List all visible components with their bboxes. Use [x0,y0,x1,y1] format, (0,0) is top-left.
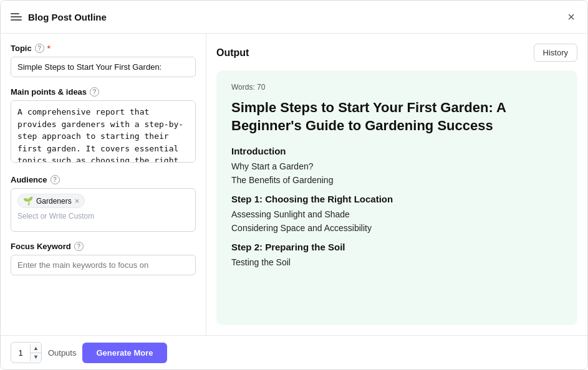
main-points-label: Main points & ideas ? [11,87,196,97]
tag-icon: 🌱 [23,196,33,206]
output-header: Output History [216,44,577,62]
outputs-stepper[interactable]: ▲ ▼ [11,342,42,363]
tag-label: Gardeners [36,197,72,206]
word-count: Words: 70 [231,83,562,92]
topic-input[interactable] [11,57,196,77]
generate-button[interactable]: Generate More [82,343,166,363]
page-title: Blog Post Outline [28,12,107,22]
right-panel: Output History Words: 70 Simple Steps to… [206,34,587,335]
output-main-heading: Simple Steps to Start Your First Garden:… [231,99,562,135]
audience-help-icon[interactable]: ? [51,175,60,184]
focus-keyword-field-group: Focus Keyword ? [11,242,196,275]
titlebar: Blog Post Outline × [1,1,587,34]
output-item: Why Start a Garden? [231,161,562,171]
output-section-heading: Step 1: Choosing the Right Location [231,194,562,204]
main-points-field-group: Main points & ideas ? [11,87,196,165]
focus-keyword-label-text: Focus Keyword [11,242,71,251]
menu-icon[interactable] [11,13,22,21]
output-section-heading: Step 2: Preparing the Soil [231,242,562,252]
tag-remove-button[interactable]: × [75,197,80,205]
audience-placeholder: Select or Write Custom [17,212,189,221]
main-content: Topic ? * Main points & ideas ? Audience… [1,34,587,335]
output-item: The Benefits of Gardening [231,175,562,185]
main-points-textarea[interactable] [11,100,196,163]
topic-label-text: Topic [11,44,32,53]
output-section-heading: Introduction [231,146,562,156]
audience-tags: 🌱 Gardeners × [17,194,189,208]
bottom-bar: ▲ ▼ Outputs Generate More [1,335,587,369]
outputs-input[interactable] [11,348,30,358]
focus-keyword-label: Focus Keyword ? [11,242,196,251]
titlebar-left: Blog Post Outline [11,12,107,22]
audience-label-text: Audience [11,175,47,184]
output-title: Output [216,47,249,59]
output-item: Assessing Sunlight and Shade [231,209,562,219]
output-item: Testing the Soil [231,257,562,267]
left-panel: Topic ? * Main points & ideas ? Audience… [1,34,206,335]
topic-field-group: Topic ? * [11,44,196,77]
topic-help-icon[interactable]: ? [35,44,44,53]
audience-field-group: Audience ? 🌱 Gardeners × Select or Write… [11,175,196,232]
main-points-label-text: Main points & ideas [11,87,87,97]
output-sections: IntroductionWhy Start a Garden?The Benef… [231,146,562,267]
audience-label: Audience ? [11,175,196,184]
main-points-help-icon[interactable]: ? [90,87,99,97]
focus-keyword-input[interactable] [11,255,196,275]
topic-label: Topic ? * [11,44,196,53]
output-item: Considering Space and Accessibility [231,223,562,233]
output-card: Words: 70 Simple Steps to Start Your Fir… [216,70,577,325]
stepper-down[interactable]: ▼ [31,353,41,361]
stepper-up[interactable]: ▲ [31,344,41,353]
stepper-arrows: ▲ ▼ [30,344,41,361]
outputs-label: Outputs [48,348,77,358]
gardeners-tag: 🌱 Gardeners × [17,194,85,208]
topic-required: * [47,44,51,53]
focus-keyword-help-icon[interactable]: ? [74,242,84,251]
history-button[interactable]: History [534,44,577,62]
audience-box[interactable]: 🌱 Gardeners × Select or Write Custom [11,188,196,232]
close-button[interactable]: × [565,9,577,24]
